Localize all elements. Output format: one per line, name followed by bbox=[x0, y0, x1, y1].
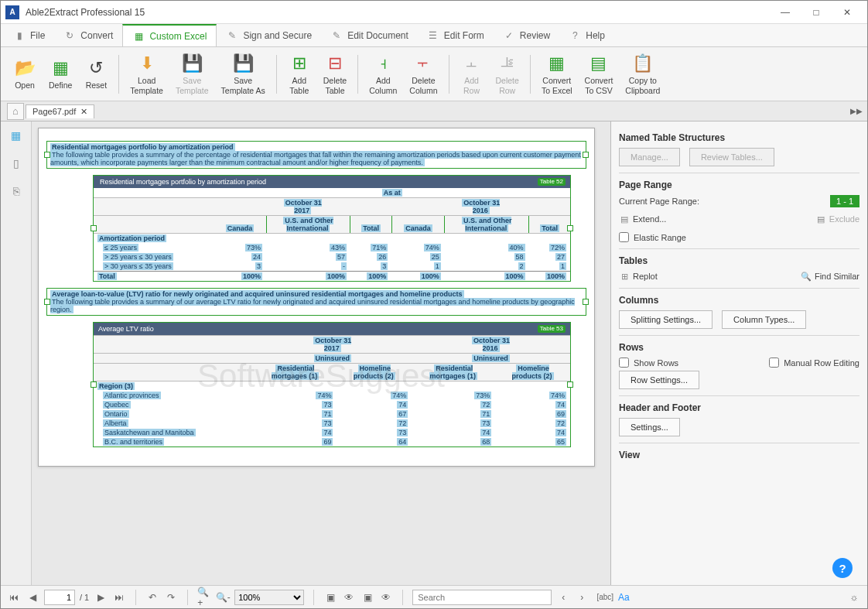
menu-edit-document[interactable]: ✎Edit Document bbox=[321, 24, 418, 46]
folder-icon: 📂 bbox=[14, 57, 36, 79]
first-page-button[interactable]: ⏮ bbox=[7, 590, 21, 604]
statusbar: ⏮ ◀ / 1 ▶ ⏭ ↶ ↷ 🔍+ 🔍- 100% ▣ 👁 ▣ 👁 ‹ › [… bbox=[1, 585, 867, 608]
table53-titlebar: Average LTV ratio Table 53 bbox=[94, 323, 570, 335]
edit-doc-icon: ✎ bbox=[330, 29, 343, 42]
rotate-left-button[interactable]: ↶ bbox=[145, 590, 159, 604]
menu-help[interactable]: ?Help bbox=[559, 24, 614, 46]
thumbnails-icon[interactable]: ▦ bbox=[5, 125, 27, 146]
attachments-icon[interactable]: ⎘ bbox=[5, 180, 27, 202]
save-as-icon: 💾 bbox=[232, 53, 254, 74]
sect-rows: Rows bbox=[619, 342, 859, 353]
menu-convert[interactable]: ↻Convert bbox=[54, 24, 122, 46]
exclude-link[interactable]: ▤Exclude bbox=[815, 214, 859, 224]
view-mode-1-icon[interactable]: ▣ bbox=[323, 590, 337, 604]
delete-table-button[interactable]: ⊟Delete Table bbox=[317, 50, 353, 98]
sect-header-footer: Header and Footer bbox=[619, 402, 859, 413]
show-rows-check[interactable]: Show Rows bbox=[619, 358, 678, 368]
row-settings-button[interactable]: Row Settings... bbox=[619, 371, 699, 389]
block2-heading: Average loan-to-value (LTV) ratio for ne… bbox=[50, 290, 464, 298]
zoom-select[interactable]: 100% bbox=[234, 590, 304, 605]
current-range-value: 1 - 1 bbox=[830, 195, 859, 207]
next-page-button[interactable]: ▶ bbox=[94, 590, 108, 604]
copy-to-clipboard-button[interactable]: 📋Copy to Clipboard bbox=[619, 50, 666, 98]
rotate-right-button[interactable]: ↷ bbox=[164, 590, 178, 604]
table-row: Atlantic provinces74%74%73%74% bbox=[94, 391, 570, 400]
zoom-out-button[interactable]: 🔍- bbox=[216, 590, 230, 604]
save-template-button[interactable]: 💾Save Template bbox=[169, 50, 215, 98]
view-mode-4-icon[interactable]: 👁 bbox=[379, 590, 393, 604]
settings-button[interactable]: Settings... bbox=[619, 418, 680, 436]
extend-link[interactable]: ▤Extend... bbox=[619, 214, 666, 224]
help-bubble[interactable]: ? bbox=[832, 558, 853, 578]
manage-button[interactable]: Manage... bbox=[619, 148, 680, 166]
find-similar-link[interactable]: 🔍Find Similar bbox=[801, 271, 859, 282]
menu-edit-form[interactable]: ☰Edit Form bbox=[418, 24, 494, 46]
sect-page-range: Page Range bbox=[619, 180, 859, 190]
titlebar: A Able2Extract Professional 15 — □ ✕ bbox=[1, 1, 867, 24]
left-rail: ▦ ▯ ⎘ bbox=[1, 121, 32, 585]
search-next-button[interactable]: › bbox=[575, 590, 589, 604]
sect-named-tables: Named Table Structures bbox=[619, 132, 859, 143]
zoom-in-button[interactable]: 🔍+ bbox=[197, 590, 211, 604]
document-tab[interactable]: Page67.pdf ✕ bbox=[26, 104, 94, 118]
block1-para: The following table provides a summary o… bbox=[50, 151, 581, 166]
brightness-button[interactable]: ☼ bbox=[847, 590, 861, 604]
menu-sign-secure[interactable]: ✎Sign and Secure bbox=[217, 24, 321, 46]
delete-column-button[interactable]: ⫟Delete Column bbox=[403, 50, 443, 98]
table-row: Alberta73727372 bbox=[94, 419, 570, 428]
review-icon: ✓ bbox=[503, 29, 515, 42]
table52: As at October 31 2017 October 31 2016 Ca… bbox=[94, 188, 570, 281]
menu-custom-excel[interactable]: ▦Custom Excel bbox=[122, 24, 217, 46]
view-mode-2-icon[interactable]: 👁 bbox=[342, 590, 356, 604]
table52-tag: Table 52 bbox=[538, 178, 566, 186]
home-tab[interactable]: ⌂ bbox=[7, 103, 24, 120]
menu-review[interactable]: ✓Review bbox=[494, 24, 559, 46]
table-row: > 30 years ≤ 35 years3-3121 bbox=[94, 262, 570, 272]
close-button[interactable]: ✕ bbox=[832, 2, 863, 23]
search-prev-button[interactable]: ‹ bbox=[556, 590, 570, 604]
add-row-icon: ⫠ bbox=[461, 53, 483, 74]
add-column-button[interactable]: ⫞Add Column bbox=[363, 50, 403, 98]
save-template-as-button[interactable]: 💾Save Template As bbox=[215, 50, 272, 98]
add-table-button[interactable]: ⊞Add Table bbox=[282, 50, 317, 98]
menu-file[interactable]: ▮File bbox=[4, 24, 54, 46]
file-icon: ▮ bbox=[13, 29, 26, 42]
column-types-button[interactable]: Column Types... bbox=[722, 310, 806, 329]
define-button[interactable]: ▦Define bbox=[43, 54, 78, 94]
excel-icon: ▦ bbox=[546, 53, 568, 74]
splitting-settings-button[interactable]: Splitting Settings... bbox=[619, 310, 713, 329]
form-icon: ☰ bbox=[427, 29, 439, 42]
load-template-button[interactable]: ⬇Load Template bbox=[124, 50, 169, 98]
reset-icon: ↺ bbox=[85, 57, 107, 79]
search-input[interactable] bbox=[412, 590, 552, 605]
view-mode-3-icon[interactable]: ▣ bbox=[361, 590, 374, 604]
maximize-button[interactable]: □ bbox=[801, 2, 832, 23]
add-table-icon: ⊞ bbox=[289, 53, 310, 74]
open-button[interactable]: 📂Open bbox=[7, 54, 43, 94]
add-row-button[interactable]: ⫠Add Row bbox=[454, 50, 490, 98]
manual-row-check[interactable]: Manual Row Editing bbox=[769, 358, 859, 368]
tab-close-icon[interactable]: ✕ bbox=[80, 107, 87, 117]
app-icon: A bbox=[5, 5, 19, 19]
table-row: ≤ 25 years73%43%71%74%40%72% bbox=[94, 243, 570, 252]
convert-to-excel-button[interactable]: ▦Convert To Excel bbox=[535, 50, 579, 98]
replot-link[interactable]: ⊞Replot bbox=[619, 271, 658, 282]
match-case-button[interactable]: [abc] bbox=[598, 590, 612, 604]
review-tables-button[interactable]: Review Tables... bbox=[689, 148, 774, 166]
prev-page-button[interactable]: ◀ bbox=[26, 590, 39, 604]
csv-icon: ▤ bbox=[588, 53, 610, 74]
minimize-button[interactable]: — bbox=[770, 2, 801, 23]
collapse-arrow-icon[interactable]: ▶▶ bbox=[850, 107, 863, 115]
delete-row-button[interactable]: ⫡Delete Row bbox=[490, 50, 525, 98]
bookmarks-icon[interactable]: ▯ bbox=[5, 152, 27, 174]
last-page-button[interactable]: ⏭ bbox=[112, 590, 126, 604]
current-range-label: Current Page Range: bbox=[619, 197, 699, 206]
app-title: Able2Extract Professional 15 bbox=[26, 7, 770, 18]
font-size-button[interactable]: Aa bbox=[617, 590, 630, 604]
convert-to-csv-button[interactable]: ▤Convert To CSV bbox=[579, 50, 620, 98]
elastic-range-check[interactable]: Elastic Range bbox=[619, 232, 859, 242]
page-viewport[interactable]: Residential mortgages portfolio by amort… bbox=[32, 121, 610, 585]
reset-button[interactable]: ↺Reset bbox=[78, 54, 114, 94]
replot-icon: ⊞ bbox=[619, 271, 630, 282]
page-number-input[interactable] bbox=[44, 590, 75, 605]
